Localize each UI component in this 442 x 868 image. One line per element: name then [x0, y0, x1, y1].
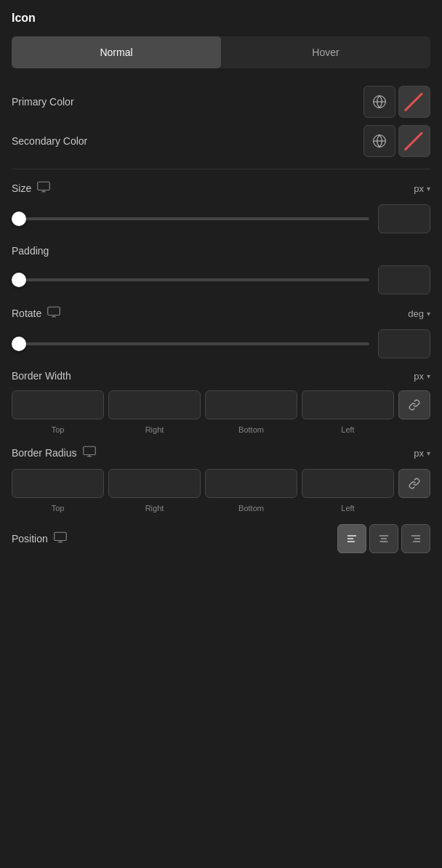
border-width-left-label: Left [302, 425, 394, 434]
border-radius-unit-label: px [414, 448, 424, 459]
secondary-color-diagonal [399, 126, 430, 156]
border-width-right-label: Right [108, 425, 201, 434]
primary-color-globe-btn[interactable] [363, 86, 395, 118]
secondary-color-row: Secondary Color [12, 125, 430, 157]
size-unit-selector[interactable]: px ▾ [414, 183, 430, 194]
rotate-monitor-icon [47, 306, 60, 321]
border-radius-link-btn[interactable] [398, 469, 430, 498]
border-width-row: Border Width px ▾ [12, 370, 430, 382]
size-label: Size [12, 182, 31, 194]
border-radius-bottom-label: Bottom [205, 504, 297, 513]
rotate-slider-container [12, 337, 369, 351]
rotate-unit-selector[interactable]: deg ▾ [408, 308, 430, 319]
border-radius-row: Border Radius px ▾ [12, 446, 430, 460]
rotate-label: Rotate [12, 308, 41, 319]
padding-row: Padding [12, 245, 430, 257]
border-width-bottom-input[interactable] [205, 390, 297, 419]
size-input[interactable] [378, 204, 430, 233]
size-slider[interactable] [12, 217, 369, 220]
size-unit-label: px [414, 183, 424, 194]
border-radius-top-input[interactable] [12, 469, 104, 498]
position-row: Position [12, 524, 430, 553]
size-label-group: Size [12, 181, 50, 196]
border-width-right-input[interactable] [108, 390, 201, 419]
border-width-unit-label: px [414, 371, 424, 382]
rotate-input[interactable] [378, 329, 430, 358]
border-radius-inputs [12, 469, 430, 498]
page-title: Icon [12, 12, 430, 25]
size-slider-container [12, 212, 369, 226]
svg-rect-7 [48, 307, 60, 315]
padding-slider[interactable] [12, 278, 369, 281]
size-slider-row [12, 204, 430, 233]
rotate-unit-label: deg [408, 308, 424, 319]
border-width-label: Border Width [12, 370, 71, 382]
position-label-group: Position [12, 531, 67, 546]
position-center-btn[interactable] [369, 524, 398, 553]
border-width-unit-selector[interactable]: px ▾ [414, 371, 430, 382]
border-radius-monitor-icon [83, 446, 96, 460]
primary-color-diagonal [399, 87, 430, 117]
secondary-color-swatch[interactable] [398, 125, 430, 157]
primary-color-swatch[interactable] [398, 86, 430, 118]
border-radius-left-input[interactable] [302, 469, 394, 498]
tab-group: Normal Hover [12, 36, 430, 68]
border-width-top-label: Top [12, 425, 104, 434]
border-width-link-btn[interactable] [398, 390, 430, 419]
padding-slider-container [12, 273, 369, 287]
size-monitor-icon [37, 181, 50, 196]
position-buttons [337, 524, 430, 553]
position-right-btn[interactable] [401, 524, 430, 553]
divider-1 [12, 169, 430, 169]
tab-hover[interactable]: Hover [221, 36, 430, 68]
border-radius-right-input[interactable] [108, 469, 201, 498]
rotate-row: Rotate deg ▾ [12, 306, 430, 321]
border-width-bottom-label: Bottom [205, 425, 297, 434]
border-width-inputs [12, 390, 430, 419]
svg-rect-4 [38, 182, 50, 190]
rotate-slider[interactable] [12, 342, 369, 345]
position-left-btn[interactable] [337, 524, 366, 553]
primary-color-label: Primary Color [12, 96, 74, 108]
border-radius-bottom-input[interactable] [205, 469, 297, 498]
border-radius-unit-selector[interactable]: px ▾ [414, 448, 430, 459]
border-radius-label-group: Border Radius [12, 446, 96, 460]
border-width-top-input[interactable] [12, 390, 104, 419]
primary-color-control [363, 86, 430, 118]
secondary-color-label: Secondary Color [12, 135, 87, 147]
padding-input[interactable] [378, 265, 430, 294]
position-monitor-icon [54, 531, 67, 546]
size-unit-chevron: ▾ [427, 185, 430, 193]
size-row: Size px ▾ [12, 181, 430, 196]
border-radius-label: Border Radius [12, 447, 77, 459]
rotate-label-group: Rotate [12, 306, 60, 321]
border-width-left-input[interactable] [302, 390, 394, 419]
secondary-color-globe-btn[interactable] [363, 125, 395, 157]
secondary-color-control [363, 125, 430, 157]
border-width-unit-chevron: ▾ [427, 372, 430, 380]
border-radius-col-labels: Top Right Bottom Left [12, 504, 430, 513]
svg-rect-13 [55, 532, 67, 540]
border-width-col-labels: Top Right Bottom Left [12, 425, 430, 434]
padding-slider-row [12, 265, 430, 294]
rotate-slider-row [12, 329, 430, 358]
border-radius-left-label: Left [302, 504, 394, 513]
padding-label: Padding [12, 245, 49, 257]
border-radius-right-label: Right [108, 504, 201, 513]
rotate-unit-chevron: ▾ [427, 310, 430, 318]
primary-color-row: Primary Color [12, 86, 430, 118]
tab-normal[interactable]: Normal [12, 36, 221, 68]
svg-rect-10 [83, 446, 95, 454]
position-label: Position [12, 533, 48, 544]
border-radius-top-label: Top [12, 504, 104, 513]
border-radius-unit-chevron: ▾ [427, 449, 430, 457]
